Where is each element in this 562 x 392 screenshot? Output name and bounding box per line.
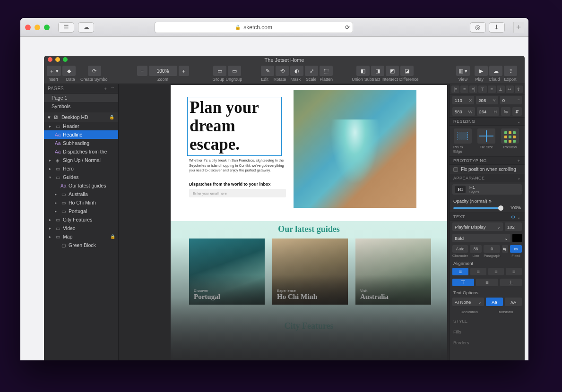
preview-option[interactable] bbox=[501, 128, 519, 144]
mask-button[interactable]: ◐ bbox=[290, 66, 303, 76]
disclosure-icon[interactable]: ▸ bbox=[53, 192, 58, 196]
disclosure-icon[interactable]: ▸ bbox=[48, 124, 52, 128]
layer-item[interactable]: ▸▭Ho Chi Minh bbox=[44, 198, 118, 207]
char-spacing-auto[interactable]: Auto bbox=[452, 245, 468, 253]
align-text-left[interactable]: ≡ bbox=[452, 268, 468, 275]
union-button[interactable]: ◧ bbox=[356, 66, 370, 76]
layer-item[interactable]: AaHeadline bbox=[44, 130, 118, 139]
spacing-lock[interactable]: ⇆ bbox=[502, 245, 508, 253]
cloud-tabs-button[interactable]: ☁ bbox=[78, 22, 94, 33]
intersect-button[interactable]: ◩ bbox=[386, 66, 399, 76]
text-style-chip[interactable]: H1 H1Styles bbox=[452, 184, 522, 195]
minimize-window-button[interactable] bbox=[35, 25, 40, 30]
layer-item[interactable]: ▸▭Map🔒 bbox=[44, 232, 118, 241]
sketch-minimize-button[interactable] bbox=[55, 57, 60, 62]
layer-item[interactable]: ▸▭Hero bbox=[44, 164, 118, 173]
sketch-close-button[interactable] bbox=[48, 57, 52, 62]
line-height-field[interactable]: 88 bbox=[470, 245, 482, 253]
page-item[interactable]: Symbols bbox=[44, 102, 118, 111]
align-text-center[interactable]: ≡ bbox=[470, 268, 486, 275]
email-input[interactable]: Enter your email here bbox=[189, 189, 286, 197]
play-button[interactable]: ▶ bbox=[475, 66, 488, 76]
font-weight-select[interactable]: Bold⌄ bbox=[452, 234, 510, 242]
appearance-header[interactable]: APPEARANCE⌄ bbox=[450, 174, 525, 182]
difference-button[interactable]: ◪ bbox=[400, 66, 414, 76]
flatten-button[interactable]: ⬚ bbox=[320, 66, 333, 76]
zoom-value[interactable]: 100% bbox=[149, 66, 177, 76]
ungroup-button[interactable]: ▭ bbox=[228, 66, 241, 76]
align-text-right[interactable]: ≡ bbox=[488, 268, 504, 275]
disclosure-icon[interactable]: ▸ bbox=[48, 218, 52, 222]
transform-aa-button[interactable]: Aa bbox=[486, 298, 503, 306]
guide-card-hochiminh[interactable]: Experience Ho Chi Minh bbox=[272, 239, 348, 305]
canvas[interactable]: Plan your dream escape. Whether it's a c… bbox=[119, 84, 449, 360]
disclosure-icon[interactable]: ▸ bbox=[53, 201, 58, 205]
layer-item[interactable]: ▸▭Header bbox=[44, 122, 118, 130]
decoration-select[interactable]: AI None⌄ bbox=[452, 298, 484, 306]
export-button[interactable]: ⇪ bbox=[504, 66, 517, 76]
fix-size-option[interactable] bbox=[477, 128, 495, 144]
paragraph-spacing-field[interactable]: 0 bbox=[484, 245, 500, 253]
create-symbol-button[interactable]: ⟳ bbox=[88, 66, 101, 76]
font-size-field[interactable]: 102 bbox=[505, 222, 522, 231]
fills-section[interactable]: Fills bbox=[450, 326, 525, 337]
data-button[interactable]: ◆ bbox=[62, 66, 76, 76]
layer-item[interactable]: AaDispatches from the bbox=[44, 147, 118, 156]
distribute-h-button[interactable]: ⇔ bbox=[506, 85, 514, 93]
fixed-width-toggle[interactable]: ▭ bbox=[510, 245, 522, 253]
collapse-pages-button[interactable]: ⌃ bbox=[111, 86, 114, 91]
align-text-justify[interactable]: ≡ bbox=[506, 268, 522, 275]
view-button[interactable]: ▥ ▾ bbox=[456, 66, 470, 76]
resizing-header[interactable]: RESIZING⌄ bbox=[450, 117, 525, 126]
layer-item[interactable]: ▢Green Block bbox=[44, 241, 118, 249]
add-page-button[interactable]: ＋ bbox=[103, 85, 108, 92]
subtract-button[interactable]: ◨ bbox=[371, 66, 384, 76]
sketch-zoom-button[interactable] bbox=[63, 57, 68, 62]
gear-icon[interactable]: ⚙ bbox=[511, 214, 516, 220]
layer-item[interactable]: ▸▭City Features bbox=[44, 215, 118, 224]
flip-h-button[interactable]: ⇋ bbox=[501, 107, 510, 116]
transform-aa-alt[interactable]: ᴀA bbox=[505, 298, 522, 306]
valign-middle[interactable]: ≡ bbox=[476, 279, 498, 286]
font-family-select[interactable]: Playfair Display⌄ bbox=[452, 222, 503, 231]
downloads-button[interactable]: ⬇ bbox=[489, 22, 505, 33]
zoom-out-button[interactable]: − bbox=[137, 66, 147, 76]
zoom-in-button[interactable]: ＋ bbox=[179, 66, 189, 76]
disclosure-icon[interactable]: ▸ bbox=[48, 235, 52, 239]
reload-icon[interactable]: ⟳ bbox=[345, 24, 350, 31]
pin-to-edge-option[interactable] bbox=[454, 128, 472, 144]
headline-selection[interactable]: Plan your dream escape. bbox=[187, 97, 282, 156]
cloud-button[interactable]: ☁ bbox=[489, 66, 502, 76]
disclosure-icon[interactable]: ▸ bbox=[48, 226, 52, 230]
artboard-desktop-hd[interactable]: Plan your dream escape. Whether it's a c… bbox=[171, 85, 447, 360]
align-top-button[interactable]: ⊤ bbox=[478, 85, 486, 93]
y-field[interactable]: 208Y bbox=[476, 96, 498, 104]
layer-item[interactable]: ▾▭Guides bbox=[44, 173, 118, 181]
rotate-button[interactable]: ⟲ bbox=[276, 66, 289, 76]
flip-v-button[interactable]: ⇵ bbox=[512, 107, 522, 116]
artboard-header[interactable]: ▾ 🖥 Desktop HD 🔒 bbox=[44, 112, 118, 122]
add-prototype-button[interactable]: ＋ bbox=[517, 158, 521, 164]
edit-button[interactable]: ✎ bbox=[261, 66, 274, 76]
align-hcenter-button[interactable]: ≡ bbox=[460, 85, 468, 93]
new-tab-button[interactable]: ＋ bbox=[513, 22, 524, 33]
rotation-field[interactable]: 0° bbox=[500, 96, 522, 104]
h-field[interactable]: 264H bbox=[477, 107, 500, 116]
align-right-button[interactable]: ≡| bbox=[469, 85, 477, 93]
layer-item[interactable]: ▸▭Australia bbox=[44, 190, 118, 198]
close-window-button[interactable] bbox=[25, 25, 31, 30]
disclosure-icon[interactable]: ▾ bbox=[48, 175, 52, 179]
layer-item[interactable]: AaSubheading bbox=[44, 139, 118, 147]
group-button[interactable]: ▭ bbox=[213, 66, 226, 76]
layer-item[interactable]: AaOur latest guides bbox=[44, 181, 118, 190]
address-bar[interactable]: 🔒 sketch.com ⟳ bbox=[155, 22, 353, 33]
text-header[interactable]: TEXT⚙ ⌄ bbox=[450, 213, 525, 221]
layer-item[interactable]: ▸▭Video bbox=[44, 224, 118, 232]
disclosure-icon[interactable]: ▸ bbox=[53, 209, 58, 213]
zoom-window-button[interactable] bbox=[44, 25, 50, 30]
scale-button[interactable]: ⤢ bbox=[305, 66, 318, 76]
disclosure-icon[interactable]: ▸ bbox=[48, 158, 52, 162]
privacy-report-button[interactable]: ◎ bbox=[470, 22, 486, 33]
fix-position-checkbox[interactable]: Fix position when scrolling bbox=[450, 165, 525, 174]
layer-item[interactable]: ▸▭Portugal bbox=[44, 207, 118, 215]
